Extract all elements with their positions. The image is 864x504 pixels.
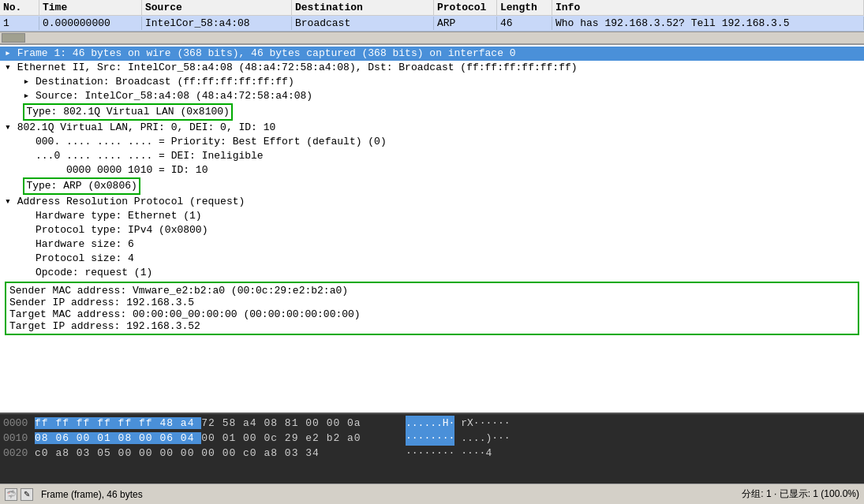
protocol-type-line[interactable]: Protocol type: IPv4 (0x0800) [0,223,864,237]
status-icon-shark[interactable]: 🦈 [5,488,17,501]
sender-ip-line: Sender IP address: 192.168.3.5 [9,297,855,308]
packet-destination: Broadcast [292,17,434,30]
arp-addresses-section: Sender MAC address: Vmware_e2:b2:a0 (00:… [5,282,859,335]
hex-row-0: 0000 ff ff ff ff ff ff 48 a4 72 58 a4 08… [3,416,399,431]
target-ip-line: Target IP address: 192.168.3.52 [9,320,855,332]
hex-offset-2: 0020 [3,446,35,461]
frame-line[interactable]: ▸ Frame 1: 46 bytes on wire (368 bits), … [0,47,864,61]
protocol-size-line[interactable]: Protocol size: 4 [0,252,864,266]
table-row[interactable]: 1 0.000000000 IntelCor_58:a4:08 Broadcas… [0,16,864,32]
packet-stats: 分组: 1 · 已显示: 1 (100.0%) [742,487,859,501]
packet-detail-panel: ▸ Frame 1: 46 bytes on wire (368 bits), … [0,44,864,413]
opcode-line[interactable]: Opcode: request (1) [0,266,864,280]
packet-length: 46 [497,17,552,30]
packet-list-header: No. Time Source Destination Protocol Len… [0,0,864,16]
target-mac-line: Target MAC address: 00:00:00_00:00:00 (0… [9,308,855,320]
vlan-line[interactable]: ▾ 802.1Q Virtual LAN, PRI: 0, DEI: 0, ID… [0,121,864,135]
hex-bytes-0: ff ff ff ff ff ff 48 a4 72 58 a4 08 81 0… [35,416,399,431]
col-header-length: Length [497,0,552,15]
hex-bytes-panel: 0000 ff ff ff ff ff ff 48 a4 72 58 a4 08… [0,414,402,483]
col-header-source: Source [142,0,292,15]
type-vlan-outlined: Type: 802.1Q Virtual LAN (0x8100) [23,103,232,121]
arp-line[interactable]: ▾ Address Resolution Protocol (request) [0,195,864,209]
col-header-info: Info [552,0,864,15]
col-header-protocol: Protocol [434,0,497,15]
scrollbar-thumb[interactable] [2,33,25,43]
hex-panel: 0000 ff ff ff ff ff ff 48 a4 72 58 a4 08… [0,413,864,483]
hex-row-2: 0020 c0 a8 03 05 00 00 00 00 00 00 c0 a8… [3,446,399,461]
packet-time: 0.000000000 [39,17,142,30]
hex-ascii-1: ········ ....)··· [406,431,861,446]
hex-row-1: 0010 08 06 00 01 08 00 06 04 00 01 00 0c… [3,431,399,446]
hardware-type-line[interactable]: Hardware type: Ethernet (1) [0,209,864,223]
frame-info: Frame (frame), 46 bytes [41,489,143,500]
id-line[interactable]: 0000 0000 1010 = ID: 10 [0,163,864,177]
priority-line[interactable]: 000. .... .... .... = Priority: Best Eff… [0,135,864,149]
col-header-no: No. [0,0,39,15]
destination-line[interactable]: ▸ Destination: Broadcast (ff:ff:ff:ff:ff… [0,75,864,89]
hex-bytes-1: 08 06 00 01 08 00 06 04 00 01 00 0c 29 e… [35,431,399,446]
ethernet-line[interactable]: ▾ Ethernet II, Src: IntelCor_58:a4:08 (4… [0,61,864,75]
packet-info: Who has 192.168.3.52? Tell 192.168.3.5 [552,17,864,30]
type-vlan-line[interactable]: Type: 802.1Q Virtual LAN (0x8100) [0,103,864,121]
type-arp-line[interactable]: Type: ARP (0x0806) [0,177,864,195]
packet-no: 1 [0,17,39,30]
hex-ascii-0: ......H· rX······ [406,416,861,431]
hex-bytes-2: c0 a8 03 05 00 00 00 00 00 00 c0 a8 03 3… [35,446,399,461]
hex-offset-0: 0000 [3,416,35,431]
col-header-destination: Destination [292,0,434,15]
horizontal-scrollbar[interactable] [0,32,864,44]
packet-protocol: ARP [434,17,497,30]
type-arp-outlined: Type: ARP (0x0806) [23,177,140,195]
col-header-time: Time [39,0,142,15]
status-bar: 🦈 ✎ Frame (frame), 46 bytes 分组: 1 · 已显示:… [0,483,864,504]
hex-ascii-panel: ......H· rX······ ········ ....)··· ····… [402,414,864,483]
sender-mac-line: Sender MAC address: Vmware_e2:b2:a0 (00:… [9,285,855,297]
status-icons: 🦈 ✎ [5,488,33,501]
hex-offset-1: 0010 [3,431,35,446]
source-line[interactable]: ▸ Source: IntelCor_58:a4:08 (48:a4:72:58… [0,89,864,103]
hardware-size-line[interactable]: Hardware size: 6 [0,237,864,252]
status-icon-pencil[interactable]: ✎ [21,488,33,501]
dei-line[interactable]: ...0 .... .... .... = DEI: Ineligible [0,149,864,163]
hex-ascii-2: ········ ····4 [406,446,861,461]
packet-source: IntelCor_58:a4:08 [142,17,292,30]
